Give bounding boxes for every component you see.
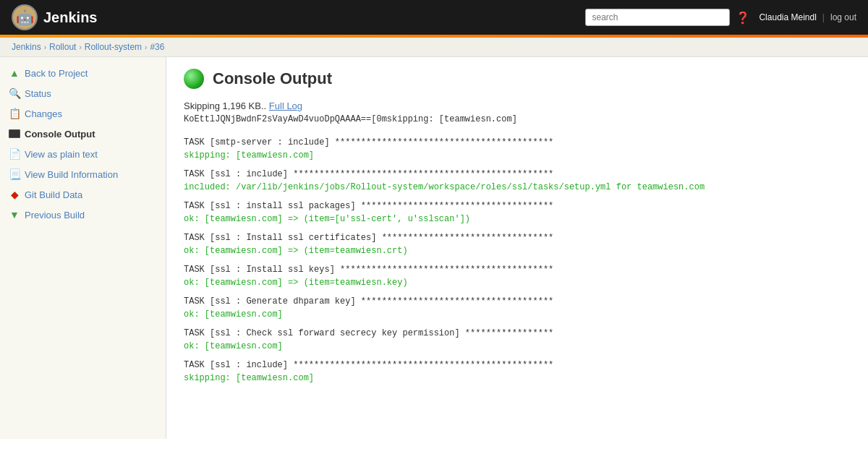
- result-line: skipping: [teamwiesn.com]: [184, 372, 851, 385]
- task-line: TASK [ssl : Generate dhparam key] ******…: [184, 295, 851, 308]
- main-layout: Back to Project 🔍 Status 📋 Changes Conso…: [0, 57, 868, 439]
- task-block: TASK [ssl : install ssl packages] ******…: [184, 200, 851, 226]
- sidebar-label-console-output: Console Output: [25, 129, 95, 140]
- task-block: TASK [ssl : Install ssl certificates] **…: [184, 231, 851, 257]
- user-info: Claudia Meindl | log out: [759, 12, 856, 22]
- sidebar-item-view-as-plain-text[interactable]: 📄 View as plain text: [0, 144, 166, 164]
- console-icon: [9, 128, 20, 140]
- encoded-line: KoEttlJQNjBwdnF2sVayAwD4vuoDpQAAAA==[0ms…: [184, 114, 851, 124]
- user-name: Claudia Meindl: [759, 12, 816, 22]
- sidebar-item-console-output[interactable]: Console Output: [0, 124, 166, 144]
- arrow-up-icon: [9, 67, 20, 79]
- page-header: Console Output: [184, 69, 851, 89]
- sidebar-item-changes[interactable]: 📋 Changes: [0, 103, 166, 124]
- result-line: ok: [teamwiesn.com]: [184, 340, 851, 353]
- task-line: TASK [ssl : include] *******************…: [184, 168, 851, 181]
- breadcrumb-sep-2: ›: [79, 43, 81, 51]
- search-icon: 🔍: [9, 87, 20, 99]
- result-line: skipping: [teamwiesn.com]: [184, 149, 851, 162]
- sidebar-item-previous-build[interactable]: Previous Build: [0, 205, 166, 225]
- result-line: ok: [teamwiesn.com]: [184, 308, 851, 321]
- document-icon: 📋: [9, 108, 20, 119]
- help-icon[interactable]: ❓: [736, 11, 750, 25]
- task-block: TASK [ssl : Check ssl forward secrecy ke…: [184, 327, 851, 353]
- arrow-down-icon: [9, 209, 20, 220]
- sidebar-label-changes: Changes: [25, 108, 62, 119]
- breadcrumb-rollout-system[interactable]: Rollout-system: [85, 42, 142, 52]
- logo-area: 🤖 Jenkins: [12, 4, 576, 30]
- breadcrumb-sep-3: ›: [145, 43, 147, 51]
- full-log-link[interactable]: Full Log: [269, 100, 302, 111]
- jenkins-logo: 🤖: [12, 4, 38, 30]
- top-navigation-bar: 🤖 Jenkins ❓ Claudia Meindl | log out: [0, 0, 868, 35]
- sidebar-label-view-build-information: View Build Information: [25, 169, 118, 180]
- skip-info: Skipping 1,196 KB.. Full Log: [184, 100, 851, 111]
- breadcrumb-build-number[interactable]: #36: [150, 42, 164, 52]
- sidebar-label-git-build-data: Git Build Data: [25, 189, 82, 200]
- search-area: ❓: [585, 9, 750, 26]
- sidebar-label-status: Status: [25, 88, 51, 99]
- task-block: TASK [ssl : include] *******************…: [184, 359, 851, 385]
- task-line: TASK [smtp-server : include] ***********…: [184, 136, 851, 149]
- skip-text: Skipping 1,196 KB..: [184, 100, 266, 111]
- task-block: TASK [smtp-server : include] ***********…: [184, 136, 851, 162]
- build-status-ball: [184, 69, 204, 89]
- info-icon: 📃: [9, 168, 20, 180]
- console-output: TASK [smtp-server : include] ***********…: [184, 136, 851, 385]
- sidebar-label-previous-build: Previous Build: [25, 210, 85, 220]
- breadcrumb-sep-1: ›: [44, 43, 46, 51]
- task-block: TASK [ssl : include] *******************…: [184, 168, 851, 194]
- sidebar-label-view-as-plain-text: View as plain text: [25, 149, 98, 160]
- task-line: TASK [ssl : Check ssl forward secrecy ke…: [184, 327, 851, 340]
- sidebar-item-view-build-information[interactable]: 📃 View Build Information: [0, 164, 166, 184]
- text-icon: 📄: [9, 148, 20, 160]
- task-line: TASK [ssl : Install ssl certificates] **…: [184, 231, 851, 244]
- sidebar-item-status[interactable]: 🔍 Status: [0, 83, 166, 103]
- task-block: TASK [ssl : Install ssl keys] **********…: [184, 263, 851, 289]
- page-title: Console Output: [213, 69, 332, 88]
- sidebar-item-git-build-data[interactable]: Git Build Data: [0, 184, 166, 205]
- sidebar-label-back-to-project: Back to Project: [25, 68, 88, 79]
- logout-link[interactable]: log out: [830, 12, 856, 22]
- task-line: TASK [ssl : Install ssl keys] **********…: [184, 263, 851, 276]
- logout-separator: |: [822, 12, 825, 22]
- task-line: TASK [ssl : include] *******************…: [184, 359, 851, 372]
- content-area: Console Output Skipping 1,196 KB.. Full …: [166, 57, 868, 439]
- task-block: TASK [ssl : Generate dhparam key] ******…: [184, 295, 851, 321]
- breadcrumb-jenkins[interactable]: Jenkins: [12, 42, 41, 52]
- result-line: included: /var/lib/jenkins/jobs/Rollout-…: [184, 181, 851, 194]
- breadcrumb: Jenkins › Rollout › Rollout-system › #36: [0, 38, 868, 57]
- sidebar-item-back-to-project[interactable]: Back to Project: [0, 63, 166, 83]
- sidebar: Back to Project 🔍 Status 📋 Changes Conso…: [0, 57, 166, 439]
- result-line: ok: [teamwiesn.com] => (item=teamwiesn.c…: [184, 244, 851, 257]
- result-line: ok: [teamwiesn.com] => (item=teamwiesn.k…: [184, 276, 851, 289]
- git-icon: [9, 189, 20, 200]
- task-line: TASK [ssl : install ssl packages] ******…: [184, 200, 851, 213]
- result-line: ok: [teamwiesn.com] => (item=[u'ssl-cert…: [184, 213, 851, 226]
- app-title: Jenkins: [43, 9, 97, 26]
- breadcrumb-rollout[interactable]: Rollout: [49, 42, 76, 52]
- search-input[interactable]: [585, 9, 730, 26]
